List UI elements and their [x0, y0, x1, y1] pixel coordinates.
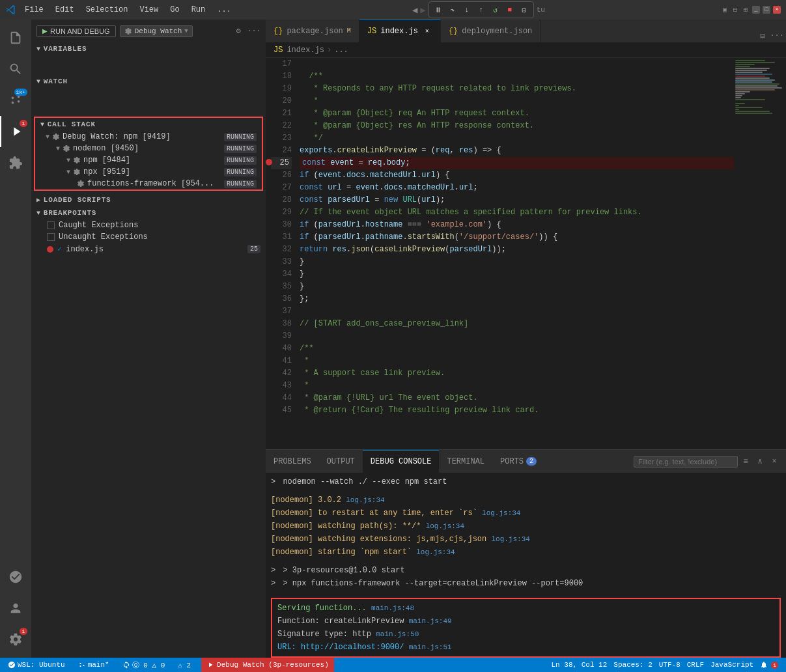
- panel-tab-terminal[interactable]: TERMINAL: [439, 450, 492, 473]
- sidebar-header: ▶ RUN AND DEBUG Debug Watch ▼ ⚙ ···: [31, 20, 266, 42]
- panel-tab-problems-label: PROBLEMS: [274, 457, 311, 466]
- window-close[interactable]: ×: [773, 6, 781, 14]
- menu-view[interactable]: View: [134, 4, 163, 16]
- editor-more-icon[interactable]: ···: [770, 29, 783, 42]
- console-line-function: Function: createLinkPreview main.js:49: [277, 615, 774, 628]
- activity-search[interactable]: [0, 53, 31, 85]
- layout-toggle-1[interactable]: ▣: [721, 6, 729, 14]
- debug-stop-btn[interactable]: ■: [503, 3, 516, 16]
- activity-source-control[interactable]: 1k+: [0, 85, 31, 116]
- nav-back[interactable]: ◀: [412, 5, 417, 16]
- debug-breakpoints-btn[interactable]: ⊡: [518, 3, 531, 16]
- console-filter-input[interactable]: [634, 456, 738, 468]
- console-link-1[interactable]: log.js:34: [482, 509, 520, 517]
- tab-index-js[interactable]: JS index.js ×: [359, 20, 441, 42]
- run-debug-button[interactable]: ▶ RUN AND DEBUG: [36, 25, 116, 37]
- tab-deployment-json[interactable]: {} deployment.json: [441, 20, 540, 42]
- status-notifications-bell[interactable]: 1: [757, 658, 781, 672]
- call-stack-header[interactable]: ▼ CALL STACK: [35, 118, 262, 131]
- activity-explorer[interactable]: [0, 22, 31, 53]
- activity-run-debug[interactable]: 1: [0, 116, 31, 147]
- split-editor-icon[interactable]: ⊟: [756, 29, 769, 42]
- status-line-ending[interactable]: CRLF: [684, 658, 707, 672]
- call-stack-item-3[interactable]: ▼ npx [9519] RUNNING: [35, 166, 262, 178]
- variables-section-header[interactable]: ▼ VARIABLES: [31, 42, 266, 55]
- loaded-scripts-label: LOADED SCRIPTS: [44, 196, 111, 204]
- debug-step-over-btn[interactable]: ↷: [446, 3, 459, 16]
- menu-file[interactable]: File: [20, 4, 49, 16]
- code-line-30: if (parsedUrl.hostname === 'example.com'…: [300, 219, 734, 231]
- watch-section-header[interactable]: ▼ WATCH: [31, 75, 266, 88]
- breakpoints-header[interactable]: ▼ BREAKPOINTS: [31, 206, 266, 219]
- layout-toggle-2[interactable]: ⊟: [731, 6, 739, 14]
- activity-settings[interactable]: 1: [0, 624, 31, 655]
- call-stack-item-1[interactable]: ▼ nodemon [9450] RUNNING: [35, 143, 262, 154]
- activity-account[interactable]: [0, 593, 31, 624]
- console-close-icon[interactable]: ×: [768, 455, 781, 468]
- call-stack-item-4[interactable]: functions-framework [954... RUNNING: [35, 178, 262, 189]
- code-content[interactable]: /** * Responds to any HTTP request relat…: [297, 58, 734, 449]
- console-link-2[interactable]: log.js:34: [426, 522, 464, 530]
- activity-remote[interactable]: [0, 561, 31, 593]
- branch-label: main*: [88, 661, 109, 669]
- menu-edit[interactable]: Edit: [50, 4, 79, 16]
- status-notifications[interactable]: ⚠ 2: [175, 658, 193, 672]
- run-debug-badge: 1: [20, 120, 27, 127]
- console-link-function[interactable]: main.js:49: [409, 617, 452, 625]
- layout-toggle-3[interactable]: ⊞: [742, 6, 750, 14]
- menu-more[interactable]: ...: [212, 4, 236, 16]
- console-link-signature[interactable]: main.js:50: [376, 630, 419, 638]
- debug-step-out-btn[interactable]: ↑: [475, 3, 488, 16]
- debug-config-selector[interactable]: Debug Watch ▼: [120, 25, 193, 37]
- uncaught-exceptions-checkbox[interactable]: [47, 233, 55, 241]
- sidebar-settings-icon[interactable]: ⚙: [232, 25, 245, 38]
- source-control-badge: 1k+: [14, 89, 27, 96]
- console-link-serving[interactable]: main.js:48: [371, 604, 414, 612]
- status-language[interactable]: JavaScript: [708, 658, 756, 672]
- code-line-22: * @param {Object} res An HTTP response c…: [300, 120, 734, 132]
- call-stack-item-2[interactable]: ▼ npm [9484] RUNNING: [35, 154, 262, 166]
- status-debug-session[interactable]: Debug Watch (3p-resources): [201, 658, 334, 672]
- status-sync[interactable]: ⓪ 0 △ 0: [120, 658, 168, 672]
- status-encoding[interactable]: UTF-8: [656, 658, 683, 672]
- menu-go[interactable]: Go: [165, 4, 184, 16]
- status-wsl[interactable]: WSL: Ubuntu: [5, 658, 68, 672]
- code-line-26: if (event.docs.matchedUrl.url) {: [300, 169, 734, 182]
- debug-restart-btn[interactable]: ↺: [489, 3, 502, 16]
- console-text-npx: > npx functions-framework --target=creat…: [283, 579, 583, 588]
- panel-tab-output[interactable]: OUTPUT: [319, 450, 363, 473]
- call-stack-section: ▼ CALL STACK ▼ Debug Watch: npm [9419] R…: [34, 117, 263, 191]
- panel-tab-debug-console[interactable]: DEBUG CONSOLE: [363, 450, 440, 473]
- console-line-nodemon-version: [nodemon] 3.0.2 log.js:34: [271, 494, 781, 507]
- code-line-24: exports.createLinkPreview = (req, res) =…: [300, 145, 734, 157]
- call-stack-item-0[interactable]: ▼ Debug Watch: npm [9419] RUNNING: [35, 131, 262, 143]
- panel-tab-ports[interactable]: PORTS 2: [492, 450, 544, 473]
- debug-step-into-btn[interactable]: ↓: [460, 3, 473, 16]
- console-line-input-1: > nodemon --watch ./ --exec npm start: [271, 475, 781, 488]
- activity-extensions[interactable]: [0, 147, 31, 178]
- panel-tab-problems[interactable]: PROBLEMS: [266, 450, 319, 473]
- status-branch[interactable]: main*: [76, 658, 112, 672]
- loaded-scripts-header[interactable]: ▶ LOADED SCRIPTS: [31, 193, 266, 206]
- debug-pause-btn[interactable]: ⏸: [432, 3, 445, 16]
- console-collapse-icon[interactable]: ∧: [753, 455, 766, 468]
- console-list-icon[interactable]: ≡: [739, 455, 752, 468]
- code-line-34: }: [300, 268, 734, 281]
- console-link-3[interactable]: log.js:34: [491, 535, 529, 543]
- sidebar-more-icon[interactable]: ···: [247, 25, 260, 38]
- caught-exceptions-checkbox[interactable]: [47, 221, 55, 229]
- window-maximize[interactable]: □: [763, 6, 770, 14]
- console-link-url[interactable]: main.js:51: [409, 643, 452, 651]
- window-minimize[interactable]: _: [752, 6, 760, 14]
- menu-run[interactable]: Run: [186, 4, 211, 16]
- menu-selection[interactable]: Selection: [81, 4, 133, 16]
- console-link-0[interactable]: log.js:34: [346, 496, 384, 504]
- code-line-44: * @param {!URL} url The event object.: [300, 392, 734, 404]
- tab-package-json[interactable]: {} package.json M: [266, 20, 359, 42]
- console-link-4[interactable]: log.js:34: [416, 548, 455, 556]
- tab-close-index-js[interactable]: ×: [422, 26, 432, 36]
- nav-forward[interactable]: ▶: [420, 5, 425, 16]
- status-position[interactable]: Ln 38, Col 12: [549, 658, 610, 672]
- status-spaces[interactable]: Spaces: 2: [611, 658, 654, 672]
- breakpoint-indexjs-label: index.js: [66, 245, 104, 254]
